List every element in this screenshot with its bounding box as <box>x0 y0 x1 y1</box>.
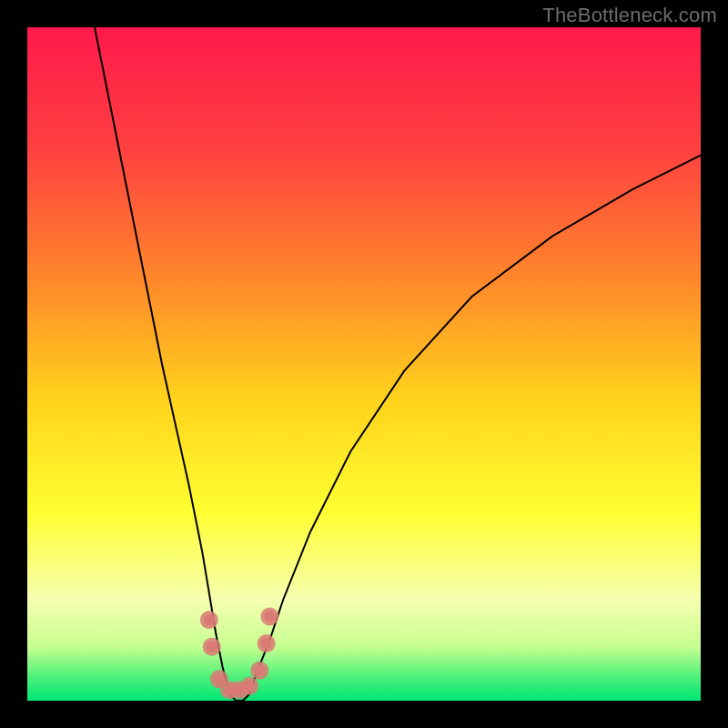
svg-point-2 <box>214 673 225 684</box>
watermark-text: TheBottleneck.com <box>542 4 717 27</box>
chart-svg <box>27 27 701 701</box>
chart-frame: TheBottleneck.com <box>0 0 728 728</box>
svg-point-1 <box>207 642 217 652</box>
svg-point-7 <box>261 638 272 649</box>
svg-point-8 <box>264 612 275 622</box>
plot-area <box>27 27 701 701</box>
svg-point-0 <box>204 614 215 625</box>
svg-point-6 <box>254 665 265 676</box>
svg-point-5 <box>244 681 255 692</box>
gradient-background <box>27 27 701 701</box>
